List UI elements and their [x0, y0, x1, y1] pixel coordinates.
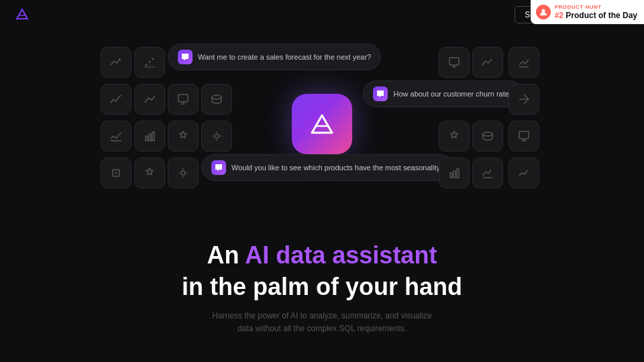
icon-btn-11[interactable]: [101, 121, 131, 152]
icon-btn-16[interactable]: [472, 121, 503, 152]
svg-rect-6: [449, 58, 459, 65]
chat-bubble-1: Want me to create a sales forecast for t…: [168, 44, 381, 70]
icon-btn-17[interactable]: [508, 121, 539, 152]
hero-line1: An AI data assistant: [0, 241, 644, 269]
svg-line-15: [524, 95, 529, 99]
icon-btn-22[interactable]: [508, 158, 539, 188]
icon-btn-9[interactable]: [201, 84, 232, 115]
ph-rank: #2 Product of the Day: [555, 11, 637, 20]
product-hunt-badge[interactable]: Product Hunt #2 Product of the Day: [531, 0, 644, 24]
icon-btn-14[interactable]: [201, 121, 232, 152]
icon-btn-15[interactable]: [439, 121, 470, 152]
icon-btn-18[interactable]: [101, 158, 131, 188]
center-app-logo: [292, 94, 352, 154]
icon-btn-6[interactable]: [101, 84, 131, 115]
bubble-text-3: Would you like to see which products hav…: [231, 164, 444, 172]
svg-rect-19: [149, 134, 151, 141]
icon-btn-12[interactable]: [134, 121, 165, 152]
icon-btn-5[interactable]: [508, 47, 539, 78]
ph-avatar: [536, 5, 551, 19]
grid-area: Want me to create a sales forecast for t…: [87, 34, 557, 215]
bubble-icon-3: [211, 160, 226, 175]
svg-rect-20: [152, 132, 154, 141]
icon-btn-13[interactable]: [168, 121, 199, 152]
svg-line-34: [115, 172, 117, 174]
ph-category: Product Hunt: [555, 4, 637, 11]
svg-point-26: [483, 132, 492, 136]
chat-bubble-3: Would you like to see which products hav…: [201, 154, 454, 181]
icon-btn-20[interactable]: [168, 158, 199, 188]
icon-btn-2[interactable]: [134, 47, 165, 78]
icon-btn-7[interactable]: [134, 84, 165, 115]
icon-btn-3[interactable]: [439, 47, 470, 78]
bubble-icon-1: [178, 50, 193, 64]
hero-section: An AI data assistant in the palm of your…: [0, 241, 644, 335]
ph-text: Product Hunt #2 Product of the Day: [555, 4, 637, 20]
icon-btn-1[interactable]: [101, 47, 131, 78]
svg-rect-10: [178, 95, 188, 102]
hero-line2: in the palm of your hand: [0, 272, 644, 301]
svg-line-16: [524, 99, 529, 104]
bubble-text-1: Want me to create a sales forecast for t…: [198, 53, 371, 61]
hero-subtitle: Harness the power of AI to analyze, summ…: [0, 310, 644, 335]
svg-point-21: [215, 134, 219, 138]
svg-point-2: [146, 64, 148, 66]
icon-btn-4[interactable]: [472, 47, 503, 78]
icon-btn-19[interactable]: [134, 158, 165, 188]
svg-point-35: [181, 171, 185, 175]
icon-btn-21[interactable]: [472, 158, 503, 188]
hero-prefix: An: [207, 241, 246, 269]
svg-rect-27: [519, 131, 529, 139]
logo-icon: [13, 6, 31, 23]
svg-rect-42: [453, 171, 455, 178]
icon-btn-23[interactable]: [439, 158, 470, 188]
svg-point-3: [149, 61, 151, 63]
svg-rect-41: [450, 173, 452, 178]
hero-highlight: AI data assistant: [245, 241, 437, 269]
icon-btn-10[interactable]: [508, 84, 539, 115]
svg-point-4: [152, 58, 154, 60]
svg-rect-18: [146, 136, 148, 141]
icon-btn-8[interactable]: [168, 84, 199, 115]
bubble-text-2: How about our customer churn rate?: [393, 90, 513, 98]
svg-point-13: [212, 95, 221, 99]
bubble-icon-2: [373, 86, 388, 101]
chat-bubble-2: How about our customer churn rate?: [363, 80, 523, 107]
logo-area: [13, 6, 31, 23]
svg-rect-43: [457, 169, 459, 178]
svg-point-1: [541, 9, 545, 12]
